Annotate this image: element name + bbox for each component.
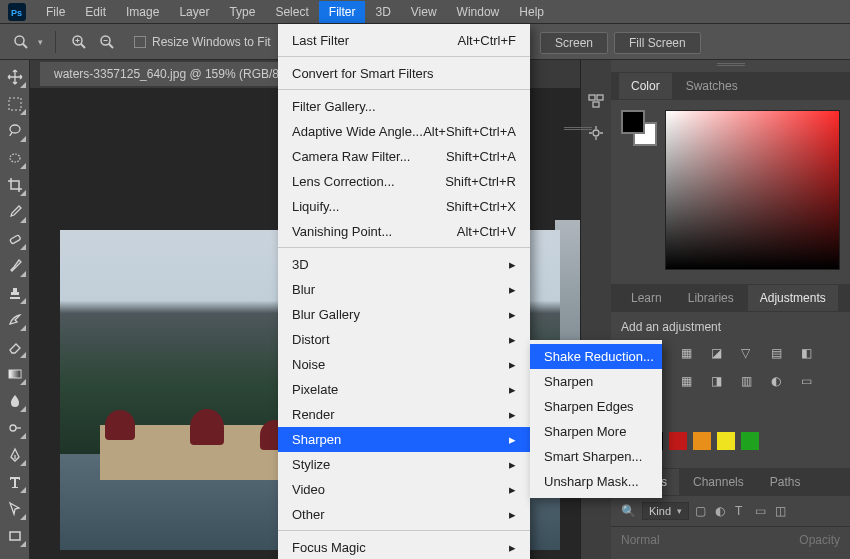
menu-file[interactable]: File xyxy=(36,1,75,23)
curves-icon[interactable]: ▦ xyxy=(681,346,701,364)
tab-swatches[interactable]: Swatches xyxy=(674,73,750,99)
zoom-in-icon[interactable] xyxy=(68,31,90,53)
marquee-tool[interactable] xyxy=(2,91,28,117)
tab-adjustments[interactable]: Adjustments xyxy=(748,285,838,311)
menuitem-smart-sharpen[interactable]: Smart Sharpen... xyxy=(530,444,662,469)
menuitem-blur[interactable]: Blur▸ xyxy=(278,277,530,302)
tab-libraries[interactable]: Libraries xyxy=(676,285,746,311)
lookup-icon[interactable]: ▦ xyxy=(681,374,701,392)
menuitem-sharpen-more[interactable]: Sharpen More xyxy=(530,419,662,444)
filter-smart-icon[interactable]: ◫ xyxy=(775,504,789,518)
bw-icon[interactable]: ◧ xyxy=(801,346,821,364)
move-tool[interactable] xyxy=(2,64,28,90)
gradient-tool[interactable] xyxy=(2,361,28,387)
menuitem-sharpen[interactable]: Sharpen▸ xyxy=(278,427,530,452)
swatch-orange[interactable] xyxy=(693,432,711,450)
resize-windows-checkbox[interactable]: Resize Windows to Fit xyxy=(134,35,271,49)
rectangle-tool[interactable] xyxy=(2,523,28,549)
filter-shape-icon[interactable]: ▭ xyxy=(755,504,769,518)
eyedropper-tool[interactable] xyxy=(2,199,28,225)
threshold-icon[interactable]: ◐ xyxy=(771,374,791,392)
quick-select-tool[interactable] xyxy=(2,145,28,171)
menuitem-convert-smart[interactable]: Convert for Smart Filters xyxy=(278,61,530,90)
menu-type[interactable]: Type xyxy=(219,1,265,23)
fg-bg-swatches[interactable] xyxy=(621,110,657,146)
zoom-out-icon[interactable] xyxy=(96,31,118,53)
swatch-green[interactable] xyxy=(741,432,759,450)
crop-tool[interactable] xyxy=(2,172,28,198)
exposure-icon[interactable]: ◪ xyxy=(711,346,731,364)
menuitem-filter-gallery[interactable]: Filter Gallery... xyxy=(278,94,530,119)
filter-type-icon[interactable]: T xyxy=(735,504,749,518)
filter-adjust-icon[interactable]: ◐ xyxy=(715,504,729,518)
menuitem-3d[interactable]: 3D▸ xyxy=(278,252,530,277)
menuitem-distort[interactable]: Distort▸ xyxy=(278,327,530,352)
menu-window[interactable]: Window xyxy=(447,1,510,23)
swatch-yellow[interactable] xyxy=(717,432,735,450)
document-tab-title: waters-3357125_640.jpg @ 159% (RGB/8) xyxy=(54,67,283,81)
stamp-tool[interactable] xyxy=(2,280,28,306)
blend-mode[interactable]: Normal xyxy=(621,533,660,547)
fg-swatch[interactable] xyxy=(621,110,645,134)
menu-view[interactable]: View xyxy=(401,1,447,23)
chevron-down-icon[interactable]: ▾ xyxy=(38,37,43,47)
tab-channels[interactable]: Channels xyxy=(681,469,756,495)
pen-tool[interactable] xyxy=(2,442,28,468)
tab-learn[interactable]: Learn xyxy=(619,285,674,311)
menu-image[interactable]: Image xyxy=(116,1,169,23)
menu-3d[interactable]: 3D xyxy=(365,1,400,23)
menuitem-liquify[interactable]: Liquify...Shift+Ctrl+X xyxy=(278,194,530,219)
layer-filter-kind[interactable]: Kind▾ xyxy=(642,502,689,520)
filter-menu: Last FilterAlt+Ctrl+F Convert for Smart … xyxy=(278,24,530,559)
menuitem-focus-magic[interactable]: Focus Magic▸ xyxy=(278,535,530,559)
menuitem-blur-gallery[interactable]: Blur Gallery▸ xyxy=(278,302,530,327)
menu-edit[interactable]: Edit xyxy=(75,1,116,23)
brush-tool[interactable] xyxy=(2,253,28,279)
invert-icon[interactable]: ◨ xyxy=(711,374,731,392)
posterize-icon[interactable]: ▥ xyxy=(741,374,761,392)
path-select-tool[interactable] xyxy=(2,496,28,522)
eraser-tool[interactable] xyxy=(2,334,28,360)
search-icon[interactable]: 🔍 xyxy=(621,504,636,518)
fill-screen-button[interactable]: Fill Screen xyxy=(614,32,701,54)
svg-point-12 xyxy=(10,125,20,133)
blur-tool[interactable] xyxy=(2,388,28,414)
document-tab[interactable]: waters-3357125_640.jpg @ 159% (RGB/8) × xyxy=(40,62,314,86)
menu-select[interactable]: Select xyxy=(265,1,318,23)
menuitem-sharpen-basic[interactable]: Sharpen xyxy=(530,369,662,394)
zoom-tool-icon[interactable] xyxy=(10,31,32,53)
menuitem-unsharp-mask[interactable]: Unsharp Mask... xyxy=(530,469,662,494)
menuitem-lens-correction[interactable]: Lens Correction...Shift+Ctrl+R xyxy=(278,169,530,194)
color-picker[interactable] xyxy=(665,110,840,270)
menuitem-sharpen-edges[interactable]: Sharpen Edges xyxy=(530,394,662,419)
fit-screen-button[interactable]: Screen xyxy=(540,32,608,54)
swatch-red[interactable] xyxy=(669,432,687,450)
tab-color[interactable]: Color xyxy=(619,73,672,99)
type-tool[interactable] xyxy=(2,469,28,495)
history-icon[interactable] xyxy=(587,92,605,110)
menuitem-last-filter[interactable]: Last FilterAlt+Ctrl+F xyxy=(278,28,530,57)
menuitem-camera-raw[interactable]: Camera Raw Filter...Shift+Ctrl+A xyxy=(278,144,530,169)
menu-filter[interactable]: Filter xyxy=(319,1,366,23)
menuitem-render[interactable]: Render▸ xyxy=(278,402,530,427)
gradmap-icon[interactable]: ▭ xyxy=(801,374,821,392)
heal-tool[interactable] xyxy=(2,226,28,252)
menu-help[interactable]: Help xyxy=(509,1,554,23)
filter-pixel-icon[interactable]: ▢ xyxy=(695,504,709,518)
menuitem-vanishing-point[interactable]: Vanishing Point...Alt+Ctrl+V xyxy=(278,219,530,248)
menuitem-adaptive-wide-angle[interactable]: Adaptive Wide Angle...Alt+Shift+Ctrl+A xyxy=(278,119,530,144)
vibrance-icon[interactable]: ▽ xyxy=(741,346,761,364)
lasso-tool[interactable] xyxy=(2,118,28,144)
hue-icon[interactable]: ▤ xyxy=(771,346,791,364)
dodge-tool[interactable] xyxy=(2,415,28,441)
menuitem-pixelate[interactable]: Pixelate▸ xyxy=(278,377,530,402)
history-brush-tool[interactable] xyxy=(2,307,28,333)
menuitem-shake-reduction[interactable]: Shake Reduction... xyxy=(530,344,662,369)
menuitem-other[interactable]: Other▸ xyxy=(278,502,530,531)
menuitem-video[interactable]: Video▸ xyxy=(278,477,530,502)
tab-paths[interactable]: Paths xyxy=(758,469,813,495)
menuitem-noise[interactable]: Noise▸ xyxy=(278,352,530,377)
menuitem-stylize[interactable]: Stylize▸ xyxy=(278,452,530,477)
svg-point-21 xyxy=(593,130,599,136)
menu-layer[interactable]: Layer xyxy=(169,1,219,23)
